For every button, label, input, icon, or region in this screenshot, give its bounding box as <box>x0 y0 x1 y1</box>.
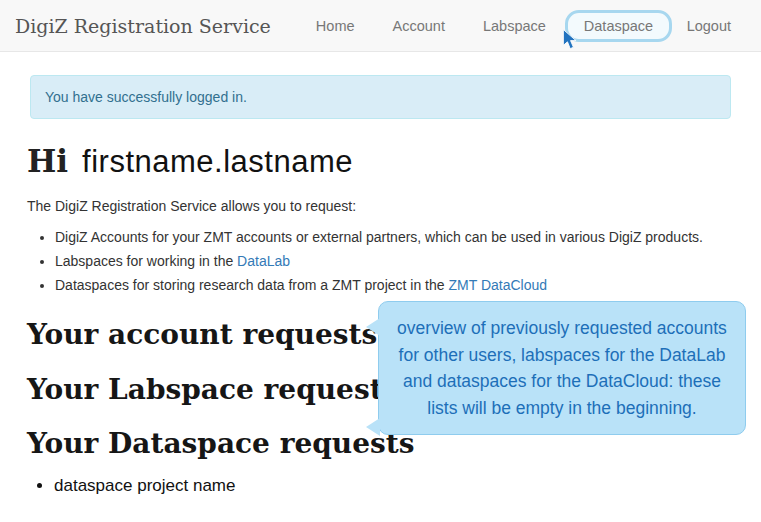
nav-item-dataspace[interactable]: Dataspace <box>565 10 672 42</box>
greeting-prefix: Hi <box>27 143 68 179</box>
dataspace-request-list: dataspace project name <box>27 474 761 498</box>
logout-button[interactable]: Logout <box>675 10 743 42</box>
nav-menu: Home Account Labspace Dataspace <box>297 10 672 42</box>
intro-text: The DigiZ Registration Service allows yo… <box>27 198 761 214</box>
list-item: Dataspaces for storing research data fro… <box>55 274 761 298</box>
bubble-tail-icon <box>366 418 380 436</box>
bubble-tail-icon <box>366 318 380 336</box>
annotation-text: overview of previously requested account… <box>397 318 727 418</box>
bullet-text: Dataspaces for storing research data fro… <box>55 277 448 293</box>
nav-item-labspace[interactable]: Labspace <box>464 10 565 42</box>
nav-item-home[interactable]: Home <box>297 10 374 42</box>
request-type-list: DigiZ Accounts for your ZMT accounts or … <box>27 226 761 297</box>
list-item: Labspaces for working in the DataLab <box>55 250 761 274</box>
top-navbar: DigiZ Registration Service Home Account … <box>0 0 761 52</box>
username: firstname.lastname <box>82 144 353 180</box>
annotation-bubble: overview of previously requested account… <box>378 301 746 435</box>
dataspace-project-item[interactable]: dataspace project name <box>54 474 761 498</box>
bullet-text: Labspaces for working in the <box>55 253 237 269</box>
bullet-text: DigiZ Accounts for your ZMT accounts or … <box>55 229 703 245</box>
list-item: DigiZ Accounts for your ZMT accounts or … <box>55 226 761 250</box>
datacloud-link[interactable]: ZMT DataCloud <box>448 277 547 293</box>
app-title: DigiZ Registration Service <box>15 15 271 37</box>
nav-item-account[interactable]: Account <box>374 10 464 42</box>
datalab-link[interactable]: DataLab <box>237 253 290 269</box>
success-alert: You have successfully logged in. <box>30 75 731 119</box>
alert-text: You have successfully logged in. <box>45 89 247 105</box>
greeting-heading: Hi firstname.lastname <box>27 143 761 180</box>
